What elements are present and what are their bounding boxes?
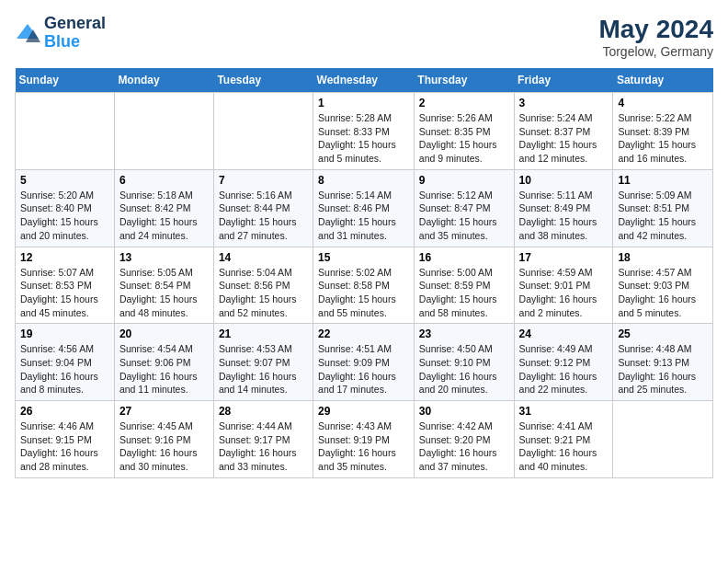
day-number: 9 xyxy=(419,174,509,187)
title-block: May 2024 Torgelow, Germany xyxy=(598,15,713,59)
calendar-cell: 24Sunrise: 4:49 AMSunset: 9:12 PMDayligh… xyxy=(514,324,613,401)
calendar-cell: 31Sunrise: 4:41 AMSunset: 9:21 PMDayligh… xyxy=(514,401,613,478)
day-info: Sunrise: 5:12 AMSunset: 8:47 PMDaylight:… xyxy=(419,189,509,243)
page-header: General Blue May 2024 Torgelow, Germany xyxy=(15,15,713,59)
day-number: 13 xyxy=(119,251,209,264)
logo-text: General Blue xyxy=(44,15,106,52)
calendar-cell: 16Sunrise: 5:00 AMSunset: 8:59 PMDayligh… xyxy=(414,247,514,324)
day-number: 1 xyxy=(318,97,409,109)
day-of-week-header: Sunday xyxy=(16,68,115,93)
day-info: Sunrise: 4:50 AMSunset: 9:10 PMDaylight:… xyxy=(419,342,509,396)
day-info: Sunrise: 5:07 AMSunset: 8:53 PMDaylight:… xyxy=(20,266,109,320)
day-info: Sunrise: 4:43 AMSunset: 9:19 PMDaylight:… xyxy=(318,419,409,474)
calendar-cell: 5Sunrise: 5:20 AMSunset: 8:40 PMDaylight… xyxy=(16,169,115,247)
day-info: Sunrise: 4:42 AMSunset: 9:20 PMDaylight:… xyxy=(419,419,509,474)
day-info: Sunrise: 5:18 AMSunset: 8:42 PMDaylight:… xyxy=(119,189,209,243)
calendar-week-row: 19Sunrise: 4:56 AMSunset: 9:04 PMDayligh… xyxy=(16,324,713,401)
calendar-cell: 9Sunrise: 5:12 AMSunset: 8:47 PMDaylight… xyxy=(414,169,514,247)
calendar-header-row: SundayMondayTuesdayWednesdayThursdayFrid… xyxy=(16,68,713,93)
day-info: Sunrise: 5:05 AMSunset: 8:54 PMDaylight:… xyxy=(119,266,209,320)
calendar-week-row: 5Sunrise: 5:20 AMSunset: 8:40 PMDaylight… xyxy=(16,169,713,247)
day-info: Sunrise: 5:24 AMSunset: 8:37 PMDaylight:… xyxy=(519,111,609,166)
day-info: Sunrise: 5:26 AMSunset: 8:35 PMDaylight:… xyxy=(419,111,509,166)
day-info: Sunrise: 5:04 AMSunset: 8:56 PMDaylight:… xyxy=(219,266,308,320)
calendar-cell: 22Sunrise: 4:51 AMSunset: 9:09 PMDayligh… xyxy=(313,324,415,401)
calendar-cell: 17Sunrise: 4:59 AMSunset: 9:01 PMDayligh… xyxy=(514,247,613,324)
day-info: Sunrise: 5:14 AMSunset: 8:46 PMDaylight:… xyxy=(318,189,409,243)
calendar-cell: 23Sunrise: 4:50 AMSunset: 9:10 PMDayligh… xyxy=(414,324,514,401)
calendar-cell xyxy=(613,401,713,478)
day-number: 29 xyxy=(318,405,409,418)
calendar-cell: 30Sunrise: 4:42 AMSunset: 9:20 PMDayligh… xyxy=(414,401,514,478)
day-number: 25 xyxy=(618,327,708,340)
day-number: 2 xyxy=(419,97,509,109)
day-info: Sunrise: 4:44 AMSunset: 9:17 PMDaylight:… xyxy=(219,419,308,474)
calendar-cell: 15Sunrise: 5:02 AMSunset: 8:58 PMDayligh… xyxy=(313,247,415,324)
logo: General Blue xyxy=(15,15,106,52)
day-number: 10 xyxy=(519,174,609,187)
calendar-cell: 12Sunrise: 5:07 AMSunset: 8:53 PMDayligh… xyxy=(16,247,115,324)
day-number: 21 xyxy=(219,327,308,340)
day-info: Sunrise: 4:57 AMSunset: 9:03 PMDaylight:… xyxy=(618,266,708,320)
day-info: Sunrise: 5:16 AMSunset: 8:44 PMDaylight:… xyxy=(219,189,308,243)
day-info: Sunrise: 5:28 AMSunset: 8:33 PMDaylight:… xyxy=(318,111,409,166)
day-number: 31 xyxy=(519,405,609,418)
day-number: 17 xyxy=(519,251,609,264)
day-number: 26 xyxy=(20,405,109,418)
calendar-cell: 20Sunrise: 4:54 AMSunset: 9:06 PMDayligh… xyxy=(114,324,213,401)
calendar-cell: 10Sunrise: 5:11 AMSunset: 8:49 PMDayligh… xyxy=(514,169,613,247)
day-info: Sunrise: 5:00 AMSunset: 8:59 PMDaylight:… xyxy=(419,266,509,320)
day-number: 15 xyxy=(318,251,409,264)
calendar-cell: 27Sunrise: 4:45 AMSunset: 9:16 PMDayligh… xyxy=(114,401,213,478)
day-number: 19 xyxy=(20,327,109,340)
calendar-cell: 21Sunrise: 4:53 AMSunset: 9:07 PMDayligh… xyxy=(213,324,313,401)
month-year: May 2024 xyxy=(598,15,713,44)
day-info: Sunrise: 4:48 AMSunset: 9:13 PMDaylight:… xyxy=(618,342,708,396)
calendar-cell: 26Sunrise: 4:46 AMSunset: 9:15 PMDayligh… xyxy=(16,401,115,478)
calendar-table: SundayMondayTuesdayWednesdayThursdayFrid… xyxy=(15,68,713,478)
day-info: Sunrise: 5:02 AMSunset: 8:58 PMDaylight:… xyxy=(318,266,409,320)
day-of-week-header: Saturday xyxy=(613,68,713,93)
day-info: Sunrise: 4:59 AMSunset: 9:01 PMDaylight:… xyxy=(519,266,609,320)
day-info: Sunrise: 4:54 AMSunset: 9:06 PMDaylight:… xyxy=(119,342,209,396)
day-info: Sunrise: 4:56 AMSunset: 9:04 PMDaylight:… xyxy=(20,342,109,396)
day-of-week-header: Wednesday xyxy=(313,68,415,93)
day-number: 18 xyxy=(618,251,708,264)
calendar-cell xyxy=(213,93,313,170)
day-number: 6 xyxy=(119,174,209,187)
day-number: 7 xyxy=(219,174,308,187)
calendar-cell: 11Sunrise: 5:09 AMSunset: 8:51 PMDayligh… xyxy=(613,169,713,247)
day-number: 27 xyxy=(119,405,209,418)
day-number: 20 xyxy=(119,327,209,340)
calendar-cell: 13Sunrise: 5:05 AMSunset: 8:54 PMDayligh… xyxy=(114,247,213,324)
day-number: 24 xyxy=(519,327,609,340)
calendar-cell: 7Sunrise: 5:16 AMSunset: 8:44 PMDaylight… xyxy=(213,169,313,247)
calendar-cell xyxy=(114,93,213,170)
calendar-cell: 3Sunrise: 5:24 AMSunset: 8:37 PMDaylight… xyxy=(514,93,613,170)
day-number: 4 xyxy=(618,97,708,109)
day-info: Sunrise: 4:51 AMSunset: 9:09 PMDaylight:… xyxy=(318,342,409,396)
day-info: Sunrise: 4:49 AMSunset: 9:12 PMDaylight:… xyxy=(519,342,609,396)
day-info: Sunrise: 5:09 AMSunset: 8:51 PMDaylight:… xyxy=(618,189,708,243)
day-number: 16 xyxy=(419,251,509,264)
day-number: 3 xyxy=(519,97,609,109)
day-number: 8 xyxy=(318,174,409,187)
day-number: 5 xyxy=(20,174,109,187)
day-info: Sunrise: 4:53 AMSunset: 9:07 PMDaylight:… xyxy=(219,342,308,396)
day-number: 28 xyxy=(219,405,308,418)
day-of-week-header: Tuesday xyxy=(213,68,313,93)
calendar-cell: 25Sunrise: 4:48 AMSunset: 9:13 PMDayligh… xyxy=(613,324,713,401)
calendar-cell: 1Sunrise: 5:28 AMSunset: 8:33 PMDaylight… xyxy=(313,93,415,170)
calendar-cell: 18Sunrise: 4:57 AMSunset: 9:03 PMDayligh… xyxy=(613,247,713,324)
calendar-cell xyxy=(16,93,115,170)
day-number: 12 xyxy=(20,251,109,264)
day-number: 11 xyxy=(618,174,708,187)
day-info: Sunrise: 4:46 AMSunset: 9:15 PMDaylight:… xyxy=(20,419,109,474)
day-of-week-header: Friday xyxy=(514,68,613,93)
day-number: 23 xyxy=(419,327,509,340)
calendar-cell: 6Sunrise: 5:18 AMSunset: 8:42 PMDaylight… xyxy=(114,169,213,247)
calendar-cell: 19Sunrise: 4:56 AMSunset: 9:04 PMDayligh… xyxy=(16,324,115,401)
day-info: Sunrise: 5:22 AMSunset: 8:39 PMDaylight:… xyxy=(618,111,708,166)
calendar-week-row: 1Sunrise: 5:28 AMSunset: 8:33 PMDaylight… xyxy=(16,93,713,170)
day-number: 14 xyxy=(219,251,308,264)
